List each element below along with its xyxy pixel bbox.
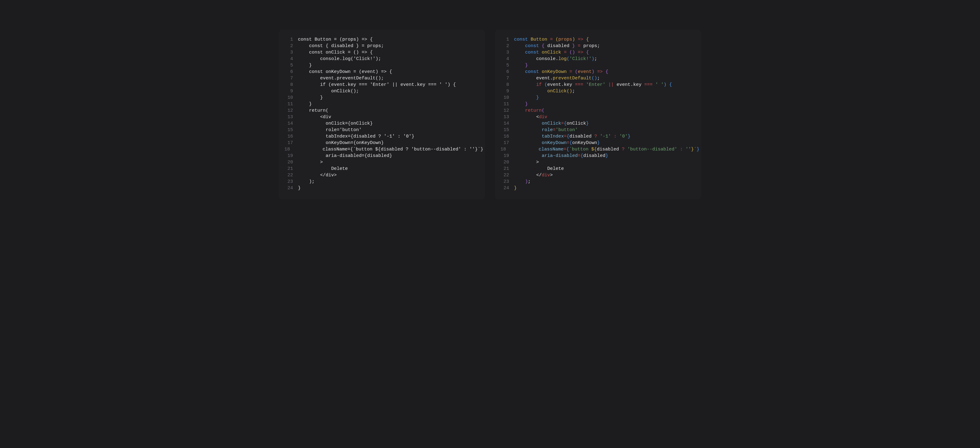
code-line: 24} [285, 185, 477, 191]
line-number: 13 [285, 114, 293, 120]
line-number: 14 [285, 120, 293, 127]
code-panel-plain: 1const Button = (props) => { 2 const { d… [279, 30, 485, 199]
line-number: 24 [501, 185, 509, 191]
line-number: 7 [285, 75, 293, 81]
line-number: 24 [285, 185, 293, 191]
code-line: 15 role='button' [285, 127, 477, 133]
line-number: 2 [501, 43, 509, 49]
code-panel-highlighted: 1const Button = (props) => { 2 const { d… [495, 30, 701, 199]
code-text: } [514, 101, 528, 107]
code-text: <div [298, 114, 331, 120]
code-line: 7 event.preventDefault(); [501, 75, 693, 81]
code-line: 10 } [501, 94, 693, 101]
code-line: 5 } [501, 62, 693, 68]
code-line: 23 ); [501, 178, 693, 185]
line-number: 16 [501, 133, 509, 140]
line-number: 15 [501, 127, 509, 133]
code-text: if (event.key === 'Enter' || event.key =… [514, 81, 672, 88]
code-text: const onClick = () => { [298, 49, 373, 56]
code-line: 18 className={`button ${disabled ? 'butt… [285, 146, 477, 153]
line-number: 6 [501, 68, 509, 75]
code-text: Delete [298, 165, 348, 172]
code-text: const onClick = () => { [514, 49, 589, 56]
code-text: } [298, 62, 312, 68]
code-text: if (event.key === 'Enter' || event.key =… [298, 81, 456, 88]
code-line: 2 const { disabled } = props; [501, 43, 693, 49]
code-text: const Button = (props) => { [514, 36, 589, 43]
line-number: 5 [501, 62, 509, 68]
code-text: > [514, 159, 539, 165]
code-text: ); [514, 178, 531, 185]
code-line: 14 onClick={onClick} [285, 120, 477, 127]
code-line: 16 tabIndex={disabled ? '-1' : '0'} [501, 133, 693, 140]
line-number: 19 [501, 153, 509, 159]
code-line: 9 onClick(); [285, 88, 477, 94]
code-text: tabIndex={disabled ? '-1' : '0'} [514, 133, 630, 140]
code-line: 4 console.log('Click!'); [501, 56, 693, 62]
code-text: console.log('Click!'); [298, 56, 381, 62]
code-text: onClick={onClick} [514, 120, 589, 127]
code-line: 17 onKeyDown={onKeyDown} [501, 140, 693, 146]
code-line: 16 tabIndex={disabled ? '-1' : '0'} [285, 133, 477, 140]
code-text: onClick={onClick} [298, 120, 373, 127]
code-text: } [298, 101, 312, 107]
code-line: 12 return( [501, 107, 693, 114]
code-line: 13 <div [285, 114, 477, 120]
code-line: 22 </div> [285, 172, 477, 178]
code-text: Delete [514, 165, 564, 172]
code-text: > [298, 159, 323, 165]
code-line: 6 const onKeyDown = (event) => { [285, 68, 477, 75]
line-number: 8 [285, 81, 293, 88]
code-line: 20 > [285, 159, 477, 165]
line-number: 20 [501, 159, 509, 165]
code-text: const onKeyDown = (event) => { [298, 68, 392, 75]
code-line: 19 aria-disabled={disabled} [501, 153, 693, 159]
code-line: 9 onClick(); [501, 88, 693, 94]
line-number: 16 [285, 133, 293, 140]
code-text: ); [298, 178, 315, 185]
line-number: 15 [285, 127, 293, 133]
line-number: 22 [501, 172, 509, 178]
line-number: 6 [285, 68, 293, 75]
code-text: </div> [298, 172, 337, 178]
line-number: 9 [501, 88, 509, 94]
code-text: const onKeyDown = (event) => { [514, 68, 608, 75]
code-line: 18 className={`button ${disabled ? 'butt… [501, 146, 693, 153]
line-number: 21 [285, 165, 293, 172]
code-text: onKeyDown={onKeyDown} [298, 140, 384, 146]
code-line: 5 } [285, 62, 477, 68]
code-text: tabIndex={disabled ? '-1' : '0'} [298, 133, 414, 140]
line-number: 18 [285, 146, 290, 153]
line-number: 18 [501, 146, 506, 153]
line-number: 5 [285, 62, 293, 68]
code-text: role='button' [514, 127, 578, 133]
code-line: 12 return( [285, 107, 477, 114]
line-number: 22 [285, 172, 293, 178]
page-root: 1const Button = (props) => { 2 const { d… [0, 0, 980, 229]
code-line: 20 > [501, 159, 693, 165]
code-line: 2 const { disabled } = props; [285, 43, 477, 49]
code-text: <div [514, 114, 547, 120]
code-line: 21 Delete [285, 165, 477, 172]
line-number: 1 [285, 36, 293, 43]
code-line: 11 } [285, 101, 477, 107]
line-number: 17 [501, 140, 509, 146]
code-text: } [514, 62, 528, 68]
code-text: const { disabled } = props; [298, 43, 384, 49]
line-number: 13 [501, 114, 509, 120]
line-number: 1 [501, 36, 509, 43]
code-line: 3 const onClick = () => { [285, 49, 477, 56]
code-text: event.preventDefault(); [514, 75, 600, 81]
code-line: 10 } [285, 94, 477, 101]
code-line: 4 console.log('Click!'); [285, 56, 477, 62]
code-line: 1const Button = (props) => { [501, 36, 693, 43]
code-text: onKeyDown={onKeyDown} [514, 140, 600, 146]
code-text: onClick(); [514, 88, 575, 94]
code-text: } [514, 185, 517, 191]
code-line: 17 onKeyDown={onKeyDown} [285, 140, 477, 146]
code-line: 8 if (event.key === 'Enter' || event.key… [501, 81, 693, 88]
line-number: 17 [285, 140, 293, 146]
line-number: 10 [501, 94, 509, 101]
line-number: 4 [501, 56, 509, 62]
code-text: } [298, 185, 301, 191]
